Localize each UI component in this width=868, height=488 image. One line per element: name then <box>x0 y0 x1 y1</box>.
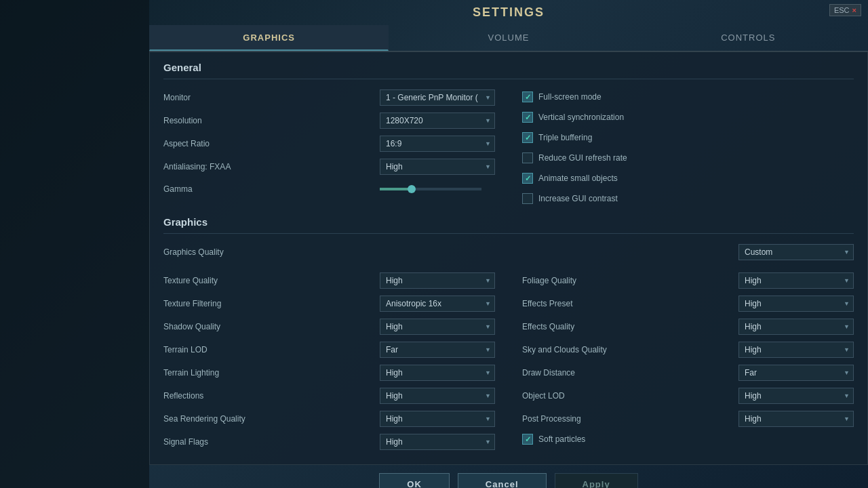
antialiasing-row: Antialiasing: FXAA High <box>163 155 495 178</box>
terrain-lighting-label: Terrain Lighting <box>163 368 258 378</box>
texture-filtering-label: Texture Filtering <box>163 299 258 308</box>
side-panel <box>0 0 149 488</box>
foliage-quality-label: Foliage Quality <box>522 276 617 285</box>
reflections-row: Reflections High <box>163 384 495 407</box>
aspect-ratio-dropdown-wrapper: 16:9 <box>380 136 495 152</box>
foliage-quality-dropdown[interactable]: High <box>738 272 854 289</box>
shadow-quality-label: Shadow Quality <box>163 322 258 331</box>
close-icon: × <box>852 6 856 14</box>
check-icon: ✓ <box>525 134 531 142</box>
antialiasing-dropdown[interactable]: High <box>380 159 495 175</box>
texture-filtering-dropdown[interactable]: Anisotropic 16x <box>380 296 495 312</box>
graphics-quality-row: Graphics Quality Custom <box>163 241 854 264</box>
ok-button[interactable]: OK <box>379 473 450 488</box>
animate-objects-row: ✓ Animate small objects <box>522 170 854 186</box>
draw-distance-dropdown-wrapper: Far <box>738 365 854 381</box>
apply-button[interactable]: Apply <box>555 473 638 488</box>
aspect-ratio-dropdown[interactable]: 16:9 <box>380 136 495 152</box>
soft-particles-checkbox[interactable]: ✓ <box>522 434 533 445</box>
check-icon: ✓ <box>525 113 531 122</box>
general-grid: Monitor 1 - Generic PnP Monitor (orim Re… <box>163 86 854 207</box>
foliage-quality-dropdown-wrapper: High <box>738 272 854 289</box>
tab-controls[interactable]: CONTROLS <box>629 25 868 51</box>
animate-objects-checkbox[interactable]: ✓ <box>522 173 533 184</box>
footer-buttons: OK Cancel Apply <box>149 465 868 488</box>
post-processing-row: Post Processing High <box>522 407 854 430</box>
vsync-row: ✓ Vertical synchronization <box>522 109 854 125</box>
draw-distance-label: Draw Distance <box>522 368 617 378</box>
signal-flags-label: Signal Flags <box>163 437 258 447</box>
texture-quality-row: Texture Quality High <box>163 269 495 292</box>
sky-clouds-dropdown[interactable]: High <box>738 342 854 358</box>
post-processing-label: Post Processing <box>522 414 617 424</box>
reduce-gui-checkbox[interactable] <box>522 152 533 163</box>
object-lod-label: Object LOD <box>522 391 617 401</box>
cancel-button[interactable]: Cancel <box>458 473 547 488</box>
shadow-quality-dropdown-wrapper: High <box>380 319 495 335</box>
terrain-lod-dropdown[interactable]: Far <box>380 342 495 358</box>
terrain-lighting-row: Terrain Lighting High <box>163 361 495 384</box>
settings-modal: Settings ESC × GRAPHICS VOLUME CONTROLS … <box>149 0 868 488</box>
effects-quality-dropdown[interactable]: High <box>738 319 854 335</box>
monitor-label: Monitor <box>163 93 258 102</box>
monitor-row: Monitor 1 - Generic PnP Monitor (orim <box>163 86 495 109</box>
title-bar: Settings ESC × <box>149 0 868 25</box>
draw-distance-dropdown[interactable]: Far <box>738 365 854 381</box>
general-section-header: General <box>163 52 854 79</box>
increase-contrast-label: Increase GUI contrast <box>538 194 618 203</box>
soft-particles-row: ✓ Soft particles <box>522 430 854 448</box>
graphics-quality-dropdown[interactable]: Custom <box>738 244 854 260</box>
effects-quality-label: Effects Quality <box>522 322 617 331</box>
vsync-checkbox[interactable]: ✓ <box>522 112 533 123</box>
effects-preset-dropdown-wrapper: High <box>738 296 854 312</box>
resolution-dropdown-wrapper: 1280X720 <box>380 113 495 129</box>
object-lod-dropdown[interactable]: High <box>738 388 854 404</box>
sea-rendering-dropdown-wrapper: High <box>380 411 495 427</box>
sky-clouds-row: Sky and Clouds Quality High <box>522 338 854 361</box>
reflections-dropdown-wrapper: High <box>380 388 495 404</box>
antialiasing-dropdown-wrapper: High <box>380 159 495 175</box>
sky-clouds-label: Sky and Clouds Quality <box>522 345 617 354</box>
tab-graphics[interactable]: GRAPHICS <box>149 25 389 51</box>
sea-rendering-row: Sea Rendering Quality High <box>163 407 495 430</box>
aspect-ratio-label: Aspect Ratio <box>163 139 258 148</box>
sea-rendering-label: Sea Rendering Quality <box>163 414 258 424</box>
monitor-dropdown[interactable]: 1 - Generic PnP Monitor (orim <box>380 89 495 106</box>
triple-buffering-label: Triple buffering <box>538 133 592 142</box>
reflections-label: Reflections <box>163 391 258 401</box>
object-lod-row: Object LOD High <box>522 384 854 407</box>
animate-objects-label: Animate small objects <box>538 174 618 183</box>
reflections-dropdown[interactable]: High <box>380 388 495 404</box>
check-icon: ✓ <box>525 93 531 102</box>
gamma-slider[interactable] <box>380 188 481 190</box>
terrain-lighting-dropdown[interactable]: High <box>380 365 495 381</box>
effects-preset-dropdown[interactable]: High <box>738 296 854 312</box>
texture-quality-dropdown[interactable]: High <box>380 272 495 289</box>
graphics-right-col: Foliage Quality High Effects Preset High <box>522 269 854 453</box>
fullscreen-checkbox[interactable]: ✓ <box>522 92 533 102</box>
soft-particles-label: Soft particles <box>538 434 585 444</box>
tab-volume[interactable]: VOLUME <box>389 25 628 51</box>
resolution-dropdown[interactable]: 1280X720 <box>380 113 495 129</box>
reduce-gui-label: Reduce GUI refresh rate <box>538 153 627 163</box>
shadow-quality-row: Shadow Quality High <box>163 315 495 338</box>
tab-navigation: GRAPHICS VOLUME CONTROLS <box>149 25 868 52</box>
esc-button[interactable]: ESC × <box>829 4 861 16</box>
sea-rendering-dropdown[interactable]: High <box>380 411 495 427</box>
effects-preset-label: Effects Preset <box>522 299 617 308</box>
antialiasing-label: Antialiasing: FXAA <box>163 162 258 171</box>
graphics-section-header: Graphics <box>163 207 854 234</box>
fullscreen-row: ✓ Full-screen mode <box>522 89 854 105</box>
texture-quality-label: Texture Quality <box>163 276 258 285</box>
effects-quality-row: Effects Quality High <box>522 315 854 338</box>
post-processing-dropdown[interactable]: High <box>738 411 854 427</box>
terrain-lighting-dropdown-wrapper: High <box>380 365 495 381</box>
increase-contrast-checkbox[interactable] <box>522 193 533 204</box>
signal-flags-dropdown[interactable]: High <box>380 434 495 450</box>
graphics-quality-dropdown-wrapper: Custom <box>738 244 854 260</box>
gamma-row: Gamma <box>163 178 495 200</box>
signal-flags-dropdown-wrapper: High <box>380 434 495 450</box>
shadow-quality-dropdown[interactable]: High <box>380 319 495 335</box>
effects-preset-row: Effects Preset High <box>522 292 854 315</box>
triple-buffering-checkbox[interactable]: ✓ <box>522 132 533 143</box>
